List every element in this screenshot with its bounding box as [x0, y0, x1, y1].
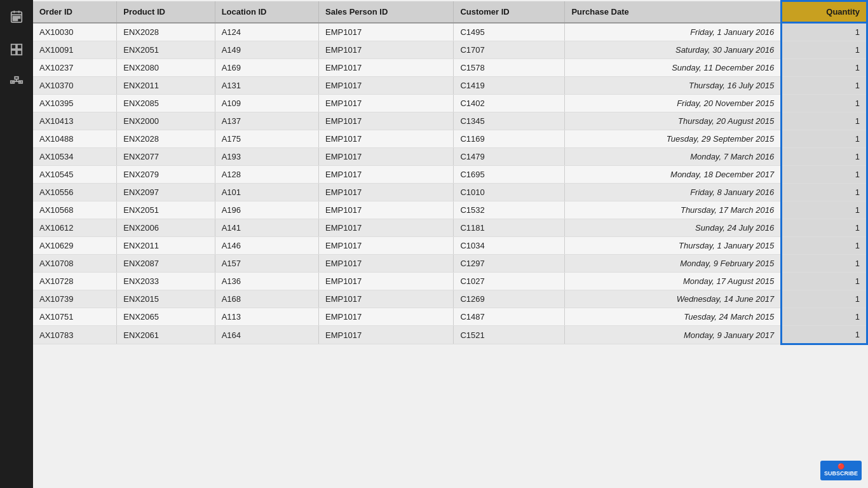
col-header-location-id[interactable]: Location ID	[215, 1, 318, 23]
cell-location_id: A101	[215, 184, 318, 201]
cell-sales_person_id: EMP1017	[319, 326, 454, 344]
cell-customer_id: C1707	[454, 41, 565, 59]
cell-product_id: ENX2051	[117, 41, 215, 59]
cell-quantity: 1	[782, 201, 867, 219]
col-header-purchase-date[interactable]: Purchase Date	[565, 1, 782, 23]
col-header-quantity[interactable]: Quantity	[782, 1, 867, 23]
cell-purchase-date: Monday, 9 February 2015	[565, 255, 782, 273]
cell-location_id: A109	[215, 95, 318, 112]
cell-sales_person_id: EMP1017	[319, 130, 454, 148]
cell-purchase-date: Monday, 7 March 2016	[565, 148, 782, 166]
main-content: Order ID Product ID Location ID Sales Pe…	[33, 0, 868, 488]
cell-quantity: 1	[782, 59, 867, 77]
svg-rect-9	[11, 44, 16, 49]
table-row: AX10739ENX2015A168EMP1017C1269Wednesday,…	[33, 290, 867, 308]
cell-sales_person_id: EMP1017	[319, 112, 454, 130]
col-header-sales-person-id[interactable]: Sales Person ID	[319, 1, 454, 23]
table-header-row: Order ID Product ID Location ID Sales Pe…	[33, 1, 867, 23]
cell-customer_id: C1419	[454, 77, 565, 95]
cell-customer_id: C1269	[454, 290, 565, 308]
table-row: AX10370ENX2011A131EMP1017C1419Thursday, …	[33, 77, 867, 95]
cell-order_id: AX10413	[33, 112, 117, 130]
cell-purchase-date: Tuesday, 24 March 2015	[565, 308, 782, 326]
table-row: AX10708ENX2087A157EMP1017C1297Monday, 9 …	[33, 255, 867, 273]
cell-purchase-date: Thursday, 16 July 2015	[565, 77, 782, 95]
calendar-icon[interactable]	[5, 5, 28, 28]
col-header-product-id[interactable]: Product ID	[117, 1, 215, 23]
cell-customer_id: C1521	[454, 326, 565, 344]
cell-order_id: AX10370	[33, 77, 117, 95]
cell-order_id: AX10568	[33, 201, 117, 219]
sidebar	[0, 0, 33, 488]
cell-customer_id: C1034	[454, 237, 565, 255]
cell-product_id: ENX2061	[117, 326, 215, 344]
cell-order_id: AX10783	[33, 326, 117, 344]
svg-rect-7	[13, 19, 15, 21]
cell-sales_person_id: EMP1017	[319, 95, 454, 112]
cell-product_id: ENX2011	[117, 77, 215, 95]
table-row: AX10395ENX2085A109EMP1017C1402Friday, 20…	[33, 95, 867, 112]
cell-product_id: ENX2077	[117, 148, 215, 166]
cell-quantity: 1	[782, 148, 867, 166]
cell-order_id: AX10629	[33, 237, 117, 255]
cell-product_id: ENX2087	[117, 255, 215, 273]
cell-order_id: AX10395	[33, 95, 117, 112]
cell-customer_id: C1169	[454, 130, 565, 148]
svg-rect-11	[11, 50, 16, 55]
cell-order_id: AX10612	[33, 219, 117, 237]
svg-rect-5	[16, 17, 18, 18]
cell-quantity: 1	[782, 273, 867, 290]
table-row: AX10612ENX2006A141EMP1017C1181Sunday, 24…	[33, 219, 867, 237]
cell-purchase-date: Saturday, 30 January 2016	[565, 41, 782, 59]
cell-purchase-date: Tuesday, 29 September 2015	[565, 130, 782, 148]
cell-customer_id: C1181	[454, 219, 565, 237]
svg-rect-6	[18, 17, 20, 18]
cell-sales_person_id: EMP1017	[319, 148, 454, 166]
cell-sales_person_id: EMP1017	[319, 290, 454, 308]
cell-sales_person_id: EMP1017	[319, 166, 454, 184]
cell-sales_person_id: EMP1017	[319, 59, 454, 77]
cell-sales_person_id: EMP1017	[319, 41, 454, 59]
cell-product_id: ENX2080	[117, 59, 215, 77]
cell-sales_person_id: EMP1017	[319, 77, 454, 95]
cell-product_id: ENX2079	[117, 166, 215, 184]
cell-product_id: ENX2051	[117, 201, 215, 219]
table-row: AX10629ENX2011A146EMP1017C1034Thursday, …	[33, 237, 867, 255]
cell-location_id: A128	[215, 166, 318, 184]
svg-rect-8	[16, 19, 18, 21]
cell-purchase-date: Monday, 17 August 2015	[565, 273, 782, 290]
cell-customer_id: C1532	[454, 201, 565, 219]
cell-product_id: ENX2000	[117, 112, 215, 130]
cell-location_id: A164	[215, 326, 318, 344]
table-row: AX10237ENX2080A169EMP1017C1578Sunday, 11…	[33, 59, 867, 77]
table-grid-icon[interactable]	[5, 38, 28, 61]
cell-customer_id: C1297	[454, 255, 565, 273]
table-row: AX10751ENX2065A113EMP1017C1487Tuesday, 2…	[33, 308, 867, 326]
cell-quantity: 1	[782, 237, 867, 255]
cell-sales_person_id: EMP1017	[319, 308, 454, 326]
cell-sales_person_id: EMP1017	[319, 237, 454, 255]
col-header-order-id[interactable]: Order ID	[33, 1, 117, 23]
table-row: AX10413ENX2000A137EMP1017C1345Thursday, …	[33, 112, 867, 130]
cell-product_id: ENX2015	[117, 290, 215, 308]
hierarchy-icon[interactable]	[5, 71, 28, 94]
cell-quantity: 1	[782, 308, 867, 326]
cell-purchase-date: Thursday, 17 March 2016	[565, 201, 782, 219]
subscribe-badge[interactable]: 🔴 SUBSCRIBE	[820, 461, 862, 480]
cell-order_id: AX10545	[33, 166, 117, 184]
cell-purchase-date: Thursday, 20 August 2015	[565, 112, 782, 130]
cell-quantity: 1	[782, 41, 867, 59]
col-header-customer-id[interactable]: Customer ID	[454, 1, 565, 23]
cell-customer_id: C1479	[454, 148, 565, 166]
cell-order_id: AX10739	[33, 290, 117, 308]
table-row: AX10488ENX2028A175EMP1017C1169Tuesday, 2…	[33, 130, 867, 148]
cell-order_id: AX10488	[33, 130, 117, 148]
cell-purchase-date: Friday, 8 January 2016	[565, 184, 782, 201]
cell-quantity: 1	[782, 219, 867, 237]
svg-rect-13	[15, 77, 18, 79]
cell-purchase-date: Sunday, 11 December 2016	[565, 59, 782, 77]
cell-location_id: A193	[215, 148, 318, 166]
table-container[interactable]: Order ID Product ID Location ID Sales Pe…	[33, 0, 868, 488]
cell-quantity: 1	[782, 184, 867, 201]
cell-location_id: A149	[215, 41, 318, 59]
